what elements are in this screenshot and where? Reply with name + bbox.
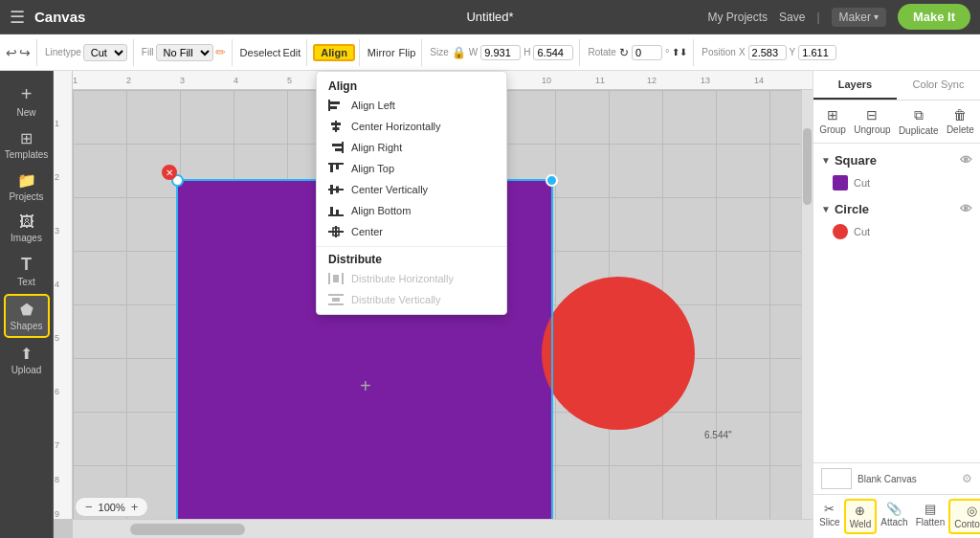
duplicate-button[interactable]: ⧉ Duplicate bbox=[895, 105, 943, 138]
layer-item-square-cut[interactable]: Cut bbox=[813, 171, 980, 194]
zoom-in-button[interactable]: + bbox=[129, 500, 141, 514]
align-dropdown: Align Align Left Center Horizontally Ali… bbox=[316, 71, 507, 315]
sidebar-item-upload[interactable]: ⬆ Upload bbox=[4, 340, 50, 380]
attach-icon: 📎 bbox=[886, 502, 902, 516]
pen-icon: ✏ bbox=[215, 45, 226, 59]
attach-tool[interactable]: 📎 Attach bbox=[877, 499, 911, 534]
sidebar-item-new[interactable]: + New bbox=[4, 78, 50, 123]
deselect-button[interactable]: Deselect bbox=[240, 47, 281, 58]
sidebar-item-projects[interactable]: 📁 Projects bbox=[4, 167, 50, 207]
circle-collapse-arrow[interactable]: ▼ bbox=[821, 204, 831, 214]
delete-handle[interactable]: ✕ bbox=[162, 165, 177, 180]
align-dropdown-title: Align bbox=[317, 76, 506, 95]
right-panel: Layers Color Sync ⊞ Group ⊟ Ungroup ⧉ Du… bbox=[813, 71, 980, 538]
menu-icon[interactable]: ☰ bbox=[10, 7, 25, 28]
distribute-separator bbox=[317, 246, 506, 247]
y-input[interactable] bbox=[798, 45, 836, 60]
undo-button[interactable]: ↩ bbox=[6, 45, 17, 60]
linetype-select[interactable]: Cut bbox=[83, 44, 127, 61]
delete-button[interactable]: 🗑 Delete bbox=[943, 105, 978, 138]
left-sidebar: + New ⊞ Templates 📁 Projects 🖼 Images T … bbox=[0, 71, 54, 538]
crosshair: + bbox=[360, 375, 371, 397]
layer-group-square-header[interactable]: ▼ Square 👁 bbox=[813, 149, 980, 171]
center-horizontally-item[interactable]: Center Horizontally bbox=[317, 116, 506, 137]
align-bottom-icon bbox=[328, 205, 344, 216]
blank-canvas-settings-icon[interactable]: ⚙ bbox=[962, 472, 972, 485]
svg-rect-19 bbox=[328, 231, 344, 233]
align-right-item[interactable]: Align Right bbox=[317, 137, 506, 158]
align-right-icon bbox=[328, 142, 344, 153]
square-collapse-arrow[interactable]: ▼ bbox=[821, 155, 831, 166]
scrollbar-vertical[interactable] bbox=[801, 90, 813, 519]
width-input[interactable] bbox=[480, 45, 521, 60]
position-label: Position bbox=[702, 47, 736, 57]
bottom-tools: ✂ Slice ⊕ Weld 📎 Attach ▤ Flatten ◎ Cont… bbox=[813, 494, 980, 538]
scrollbar-horizontal[interactable] bbox=[73, 519, 813, 538]
svg-rect-3 bbox=[335, 121, 337, 132]
sidebar-item-shapes[interactable]: ⬟ Shapes bbox=[4, 294, 50, 338]
redo-button[interactable]: ↪ bbox=[19, 45, 31, 60]
rotate-stepper[interactable]: ⬆⬇ bbox=[672, 47, 687, 57]
panel-actions: ⊞ Group ⊟ Ungroup ⧉ Duplicate 🗑 Delete bbox=[813, 101, 980, 144]
svg-rect-2 bbox=[330, 106, 337, 109]
x-label: X bbox=[739, 47, 746, 57]
align-button[interactable]: Align bbox=[313, 44, 355, 61]
layer-item-circle-cut[interactable]: Cut bbox=[813, 220, 980, 243]
tab-layers[interactable]: Layers bbox=[813, 71, 897, 100]
rotate-input[interactable] bbox=[632, 45, 662, 60]
blank-canvas-section: Blank Canvas ⚙ bbox=[813, 462, 980, 494]
ruler-left: 1 2 3 4 5 6 7 8 9 bbox=[54, 71, 73, 519]
circle-visibility-icon[interactable]: 👁 bbox=[960, 202, 972, 216]
red-circle[interactable] bbox=[542, 277, 695, 430]
center-item[interactable]: Center bbox=[317, 221, 506, 242]
delete-icon: 🗑 bbox=[953, 107, 967, 123]
svg-rect-25 bbox=[328, 303, 344, 305]
svg-rect-9 bbox=[328, 163, 344, 165]
sidebar-item-templates[interactable]: ⊞ Templates bbox=[4, 124, 50, 165]
layer-group-circle-header[interactable]: ▼ Circle 👁 bbox=[813, 198, 980, 220]
duplicate-icon: ⧉ bbox=[914, 107, 924, 123]
flatten-icon: ▤ bbox=[924, 502, 936, 516]
app-title: Canvas bbox=[34, 9, 85, 25]
zoom-out-button[interactable]: − bbox=[83, 500, 95, 514]
slice-tool[interactable]: ✂ Slice bbox=[815, 499, 844, 534]
make-it-button[interactable]: Make It bbox=[898, 4, 970, 30]
distribute-horizontally-item: Distribute Horizontally bbox=[317, 268, 506, 289]
align-bottom-item[interactable]: Align Bottom bbox=[317, 200, 506, 221]
mirror-button[interactable]: Mirror bbox=[368, 47, 395, 58]
height-input[interactable] bbox=[533, 45, 573, 60]
size-lock-icon[interactable]: 🔒 bbox=[452, 46, 466, 59]
doc-title: Untitled* bbox=[466, 10, 513, 24]
x-input[interactable] bbox=[748, 45, 787, 60]
fill-select[interactable]: No Fill bbox=[156, 44, 213, 61]
tab-color-sync[interactable]: Color Sync bbox=[897, 71, 980, 100]
svg-rect-4 bbox=[331, 123, 341, 125]
my-projects-button[interactable]: My Projects bbox=[707, 11, 768, 24]
weld-tool[interactable]: ⊕ Weld bbox=[844, 499, 878, 534]
distribute-title: Distribute bbox=[317, 251, 506, 268]
svg-rect-16 bbox=[330, 207, 333, 214]
flip-button[interactable]: Flip bbox=[399, 47, 416, 58]
sidebar-item-text[interactable]: T Text bbox=[4, 250, 50, 292]
svg-rect-6 bbox=[342, 142, 344, 153]
fill-section: Fill No Fill ✏ bbox=[136, 39, 233, 66]
align-top-item[interactable]: Align Top bbox=[317, 158, 506, 179]
save-button[interactable]: Save bbox=[779, 11, 805, 24]
ungroup-icon: ⊟ bbox=[866, 107, 878, 123]
square-visibility-icon[interactable]: 👁 bbox=[960, 153, 972, 168]
center-vertically-item[interactable]: Center Vertically bbox=[317, 179, 506, 200]
fill-label: Fill bbox=[142, 47, 154, 57]
sidebar-item-images[interactable]: 🖼 Images bbox=[4, 209, 50, 248]
flatten-tool[interactable]: ▤ Flatten bbox=[912, 499, 949, 534]
mirror-flip-section: Mirror Flip bbox=[362, 39, 422, 66]
deselect-section: Deselect Edit bbox=[234, 39, 308, 66]
maker-button[interactable]: Maker ▾ bbox=[832, 8, 886, 27]
square-color-swatch bbox=[833, 175, 848, 191]
group-button[interactable]: ⊞ Group bbox=[815, 105, 850, 138]
blank-canvas-preview bbox=[821, 468, 852, 489]
align-left-item[interactable]: Align Left bbox=[317, 95, 506, 116]
ungroup-button[interactable]: ⊟ Ungroup bbox=[850, 105, 894, 138]
svg-rect-22 bbox=[342, 273, 344, 284]
edit-button[interactable]: Edit bbox=[282, 47, 301, 58]
contour-tool[interactable]: ◎ Contour bbox=[948, 499, 980, 534]
